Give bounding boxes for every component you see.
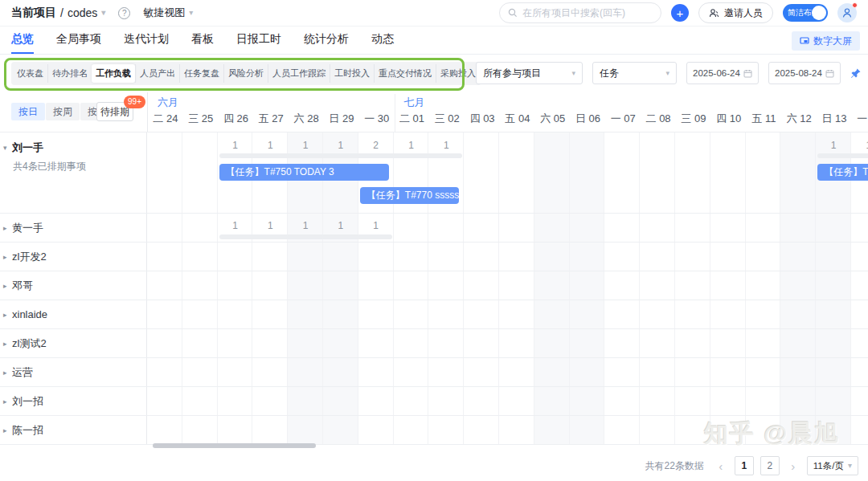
help-icon[interactable]: ? [118,7,130,19]
segment-工时投入[interactable]: 工时投入 [330,64,374,83]
chevron-right-icon[interactable]: ▸ [3,253,12,261]
digital-screen-button[interactable]: 数字大屏 [792,31,860,51]
day-column-header: 四 26 [219,112,254,126]
row-header[interactable]: ▸zl开发2 [0,243,147,271]
breadcrumb-project-name: codes [68,6,97,19]
tab-动态[interactable]: 动态 [371,26,394,54]
gantt-row: ▸黄一手11111 [0,214,868,243]
segment-人员产出[interactable]: 人员产出 [135,64,179,83]
invite-member-label: 邀请人员 [724,6,763,20]
row-header[interactable]: ▸zl测试2 [0,329,147,357]
row-header[interactable]: ▾刘一手共4条已排期事项 [0,132,147,213]
day-column-header: 五 04 [500,112,535,126]
timeline-header: 六月七月 二 24三 25四 26五 27六 28日 29一 30二 01三 0… [147,92,868,132]
prev-page-icon[interactable]: ‹ [714,460,728,472]
invite-member-button[interactable]: 邀请人员 [698,2,773,23]
chevron-right-icon[interactable]: ▸ [3,340,12,348]
view-switcher-label: 敏捷视图 [143,6,185,20]
row-timeline [147,300,868,328]
workload-count: 1 [394,140,429,151]
pin-icon[interactable] [850,67,862,79]
compact-layout-toggle[interactable]: 简洁布局 [783,4,828,22]
segment-重点交付情况[interactable]: 重点交付情况 [374,64,436,83]
row-header[interactable]: ▸黄一手 [0,214,147,242]
day-column-header: 日 06 [571,112,606,126]
user-avatar[interactable] [837,3,857,22]
workload-count: 1 [323,140,358,151]
row-name-line: ▸运营 [3,365,146,380]
segment-工作负载[interactable]: 工作负载 [92,64,135,83]
next-page-icon[interactable]: › [786,460,800,472]
gantt-row: ▸刘一招 [0,387,868,416]
segment-人员工作跟踪[interactable]: 人员工作跟踪 [268,64,330,83]
item-type-value: 任务 [600,67,619,80]
day-column-header: 二 24 [148,112,183,126]
tab-全局事项[interactable]: 全局事项 [56,26,101,54]
gantt-header: 按日按周按月 待排期 99+ 六月七月 二 24三 25四 26五 27六 28… [0,92,868,132]
add-button[interactable]: + [671,4,689,22]
tab-统计分析[interactable]: 统计分析 [304,26,349,54]
item-type-select[interactable]: 任务 ▾ [592,62,677,84]
chevron-right-icon[interactable]: ▸ [3,224,12,232]
workload-count: 1 [358,220,394,231]
workload-count: 2 [358,140,394,151]
report-segmented-control: 仪表盘待办排名工作负载人员产出任务复盘风险分析人员工作跟踪工时投入重点交付情况采… [11,62,481,85]
breadcrumb[interactable]: 当前项目 / codes ▾ [11,6,105,20]
breadcrumb-separator: / [60,6,63,19]
chevron-right-icon[interactable]: ▸ [3,397,12,406]
segment-待办排名[interactable]: 待办排名 [47,64,92,83]
gantt-header-left: 按日按周按月 待排期 99+ [0,92,147,132]
segment-风险分析[interactable]: 风险分析 [223,64,268,83]
view-mode-按周[interactable]: 按周 [46,103,80,120]
filter-controls: 所有参与项目 ▾ 任务 ▾ 2025-06-24 2025-08-24 [476,62,862,84]
horizontal-scrollbar[interactable] [153,443,316,448]
chevron-right-icon[interactable]: ▸ [3,282,12,290]
caret-down-icon: ▾ [101,9,105,17]
global-search[interactable] [499,2,661,23]
segment-采购投入[interactable]: 采购投入 [436,64,480,83]
end-date-picker[interactable]: 2025-08-24 [768,62,841,84]
chevron-right-icon[interactable]: ▸ [3,426,12,434]
tab-日报工时[interactable]: 日报工时 [236,26,281,54]
end-date-value: 2025-08-24 [775,68,822,78]
row-header[interactable]: ▸运营 [0,358,147,386]
search-input[interactable] [522,7,651,18]
tab-总览[interactable]: 总览 [11,26,34,54]
page-button-2[interactable]: 2 [760,456,780,475]
segment-任务复盘[interactable]: 任务复盘 [179,64,223,83]
row-name-line: ▸邓哥 [3,279,146,293]
caret-down-icon: ▾ [665,70,669,77]
task-bar[interactable]: 【任务】T#77 [817,164,868,181]
row-header[interactable]: ▸陈一招 [0,416,147,444]
chevron-right-icon[interactable]: ▸ [3,369,12,377]
task-bar[interactable]: 【任务】T#770 sssssssss... [360,187,459,204]
tab-迭代计划[interactable]: 迭代计划 [124,26,169,54]
day-column-header: 五 11 [747,112,782,126]
row-header[interactable]: ▸xinlaide [0,300,147,328]
workload-count: 1 [288,140,323,151]
member-name: 运营 [12,365,33,380]
chevron-down-icon[interactable]: ▾ [3,144,12,152]
day-column-header: 三 25 [183,112,219,126]
day-column-header: 六 05 [535,112,571,126]
start-date-picker[interactable]: 2025-06-24 [686,62,759,84]
chevron-right-icon[interactable]: ▸ [3,311,12,319]
page-button-1[interactable]: 1 [735,456,754,475]
row-header[interactable]: ▸邓哥 [0,271,147,300]
unscheduled-button[interactable]: 待排期 99+ [96,102,133,121]
view-mode-按日[interactable]: 按日 [11,103,45,120]
task-bar[interactable]: 【任务】T#750 TODAY 3 [219,164,389,181]
tab-看板[interactable]: 看板 [191,26,214,54]
row-timeline: 11111 [147,214,868,242]
project-filter-select[interactable]: 所有参与项目 ▾ [476,62,583,84]
workload-count: 1 [428,140,464,151]
day-column-header: 日 13 [817,112,852,126]
member-name: 黄一手 [12,221,43,235]
page-size-select[interactable]: 11条/页 ▾ [807,456,858,475]
member-name: 刘一手 [12,141,43,155]
segment-仪表盘[interactable]: 仪表盘 [13,64,47,83]
breadcrumb-current: 当前项目 [11,6,56,20]
member-name: zl测试2 [12,336,47,351]
row-header[interactable]: ▸刘一招 [0,387,147,415]
view-switcher[interactable]: 敏捷视图 ▾ [143,6,193,20]
